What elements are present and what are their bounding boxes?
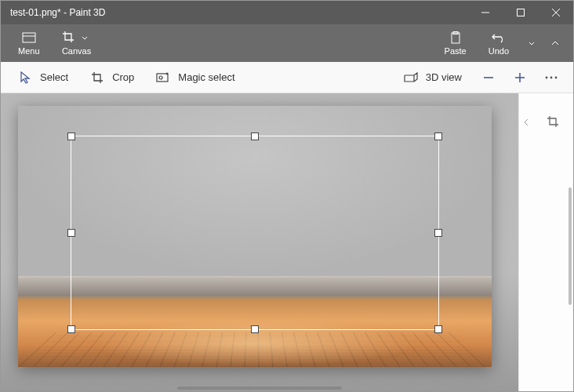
canvas-button[interactable]: Canvas	[51, 24, 103, 62]
maximize-icon	[517, 9, 525, 16]
crop-canvas-icon	[62, 31, 74, 45]
svg-point-9	[159, 76, 162, 79]
zoom-in-button[interactable]	[504, 62, 536, 93]
chevron-left-icon	[524, 118, 529, 126]
hamburger-icon	[22, 31, 36, 45]
more-icon	[545, 76, 558, 79]
chevron-down-icon	[78, 36, 92, 40]
side-panel	[518, 93, 573, 391]
work-area	[1, 93, 573, 391]
window-title: test-01.png* - Paint 3D	[1, 7, 467, 18]
resize-handle-w[interactable]	[67, 229, 75, 237]
more-button[interactable]	[536, 62, 567, 93]
panel-crop-button[interactable]	[547, 115, 559, 131]
select-tool[interactable]: Select	[7, 62, 79, 93]
magic-select-label: Magic select	[178, 71, 234, 83]
select-label: Select	[40, 71, 68, 83]
clipboard-icon	[450, 31, 461, 45]
crop-tool[interactable]: Crop	[79, 62, 145, 93]
menu-button[interactable]: Menu	[7, 24, 51, 62]
close-icon	[552, 9, 560, 16]
svg-point-15	[555, 76, 558, 78]
app-name: Paint 3D	[69, 7, 105, 18]
panel-collapse-button[interactable]	[524, 115, 529, 129]
collapse-ribbon-button[interactable]	[543, 24, 567, 62]
history-dropdown[interactable]	[520, 24, 543, 62]
svg-point-13	[546, 76, 548, 78]
undo-button[interactable]: Undo	[478, 24, 520, 62]
resize-handle-e[interactable]	[434, 229, 442, 237]
horizontal-scrollbar[interactable]	[177, 387, 342, 390]
3d-view-label: 3D view	[426, 71, 462, 83]
crop-label: Crop	[112, 71, 134, 83]
minus-icon	[483, 72, 494, 83]
undo-icon	[492, 31, 506, 45]
3d-box-icon	[404, 72, 418, 83]
resize-handle-s[interactable]	[251, 325, 259, 333]
plus-icon	[514, 72, 525, 83]
resize-handle-se[interactable]	[434, 325, 442, 333]
resize-handle-nw[interactable]	[67, 132, 75, 140]
minimize-icon	[481, 9, 489, 16]
undo-label: Undo	[489, 46, 509, 56]
menu-label: Menu	[18, 46, 40, 56]
close-button[interactable]	[538, 1, 573, 24]
crop-icon	[90, 71, 104, 84]
resize-handle-n[interactable]	[251, 132, 259, 140]
resize-handle-sw[interactable]	[67, 325, 75, 333]
minimize-button[interactable]	[467, 1, 503, 24]
chevron-down-icon	[529, 42, 535, 45]
maximize-button[interactable]	[503, 1, 538, 24]
vertical-scrollbar[interactable]	[569, 187, 572, 305]
3d-view-button[interactable]: 3D view	[393, 62, 473, 93]
pointer-icon	[18, 71, 32, 84]
resize-handle-ne[interactable]	[434, 132, 442, 140]
magic-select-tool[interactable]: Magic select	[145, 62, 245, 93]
magic-select-icon	[156, 72, 170, 83]
filename: test-01.png*	[10, 7, 61, 18]
paste-button[interactable]: Paste	[434, 24, 478, 62]
zoom-out-button[interactable]	[473, 62, 504, 93]
toolbar: Select Crop Magic select 3D view	[1, 62, 573, 93]
crop-icon	[547, 115, 559, 128]
title-bar: test-01.png* - Paint 3D	[1, 1, 573, 24]
canvas-viewport[interactable]	[1, 93, 518, 391]
ribbon: Menu Canvas Paste Undo	[1, 24, 573, 62]
svg-rect-4	[23, 33, 35, 42]
canvas-label: Canvas	[62, 46, 91, 56]
chevron-up-icon	[551, 41, 559, 45]
svg-point-14	[550, 76, 553, 78]
paste-label: Paste	[445, 46, 467, 56]
svg-rect-1	[517, 9, 524, 16]
selection-box[interactable]	[71, 136, 439, 330]
